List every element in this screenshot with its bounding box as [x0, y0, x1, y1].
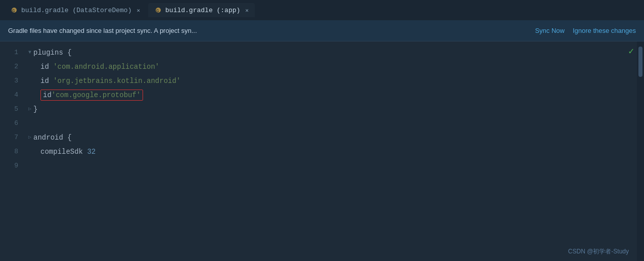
notification-message: Gradle files have changed since last pro… [8, 27, 527, 34]
code-line-9 [28, 159, 637, 173]
code-line-5: ▷ } [28, 102, 637, 116]
line-num-1: 1 [0, 46, 18, 60]
gradle-icon-2: G [154, 6, 162, 14]
fold-icon-7: ▷ [28, 130, 31, 145]
scrollbar-thumb[interactable] [638, 47, 642, 77]
editor-area: 1 2 3 4 5 6 7 8 9 ▼ plugins { id 'com.an… [0, 41, 644, 261]
line-num-3: 3 [0, 74, 18, 88]
tab-2-label: build.gradle (:app) [165, 7, 240, 14]
line-num-6: 6 [0, 116, 18, 130]
tab-datastoredemo[interactable]: G build.gradle (DataStoreDemo) ✕ [4, 3, 146, 17]
code-line-2: id 'com.android.application' [28, 60, 637, 74]
line-num-2: 2 [0, 60, 18, 74]
fold-icon-1: ▼ [28, 46, 31, 60]
notification-bar: Gradle files have changed since last pro… [0, 20, 644, 41]
code-line-3: id 'org.jetbrains.kotlin.android' [28, 74, 637, 88]
line-num-8: 8 [0, 145, 18, 159]
gradle-icon-1: G [10, 6, 18, 14]
code-editor[interactable]: ▼ plugins { id 'com.android.application'… [24, 41, 637, 261]
line-num-9: 9 [0, 159, 18, 173]
tab-bar: G build.gradle (DataStoreDemo) ✕ G build… [0, 0, 644, 20]
tab-app[interactable]: G build.gradle (:app) ✕ [148, 3, 255, 17]
line-num-7: 7 [0, 130, 18, 145]
watermark: CSDN @初学者-Study [568, 247, 629, 256]
line-num-5: 5 [0, 102, 18, 116]
line-numbers: 1 2 3 4 5 6 7 8 9 [0, 41, 24, 261]
code-line-8: compileSdk 32 [28, 145, 637, 159]
scrollbar[interactable] [637, 41, 644, 261]
tab-1-label: build.gradle (DataStoreDemo) [21, 7, 131, 14]
code-line-4: id 'com.google.protobuf' [28, 88, 637, 102]
code-line-7: ▷ android { [28, 130, 637, 145]
ignore-changes-button[interactable]: Ignore these changes [573, 27, 636, 34]
code-line-1: ▼ plugins { [28, 46, 637, 60]
tab-1-close[interactable]: ✕ [136, 7, 140, 14]
highlighted-code-block: id 'com.google.protobuf' [40, 90, 143, 101]
fold-icon-5: ▷ [28, 102, 31, 116]
tab-2-close[interactable]: ✕ [245, 7, 249, 14]
line-num-4: 4 [0, 88, 18, 102]
svg-text:G: G [12, 9, 15, 14]
sync-now-button[interactable]: Sync Now [535, 27, 565, 34]
validation-check-icon: ✓ [628, 46, 634, 57]
code-line-6 [28, 116, 637, 130]
svg-text:G: G [156, 9, 159, 14]
